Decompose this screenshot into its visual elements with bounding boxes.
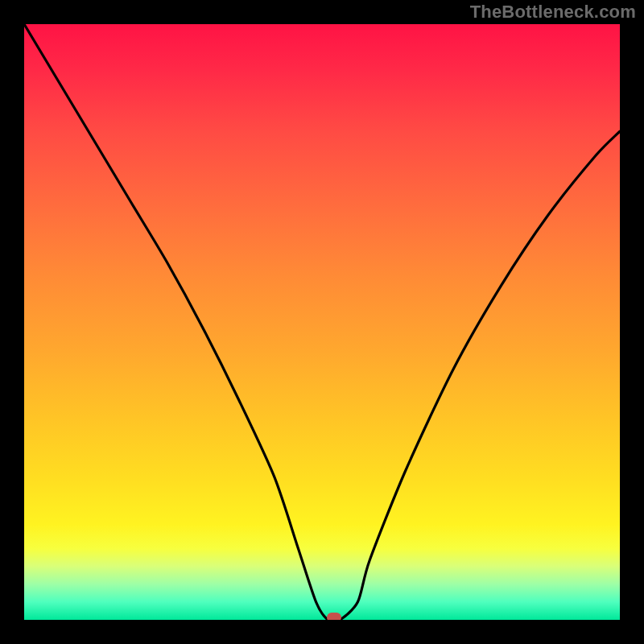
minimum-marker: [327, 613, 341, 620]
bottleneck-curve: [24, 24, 620, 620]
plot-area: [24, 24, 620, 620]
chart-frame: TheBottleneck.com: [0, 0, 644, 644]
watermark-text: TheBottleneck.com: [470, 2, 636, 23]
